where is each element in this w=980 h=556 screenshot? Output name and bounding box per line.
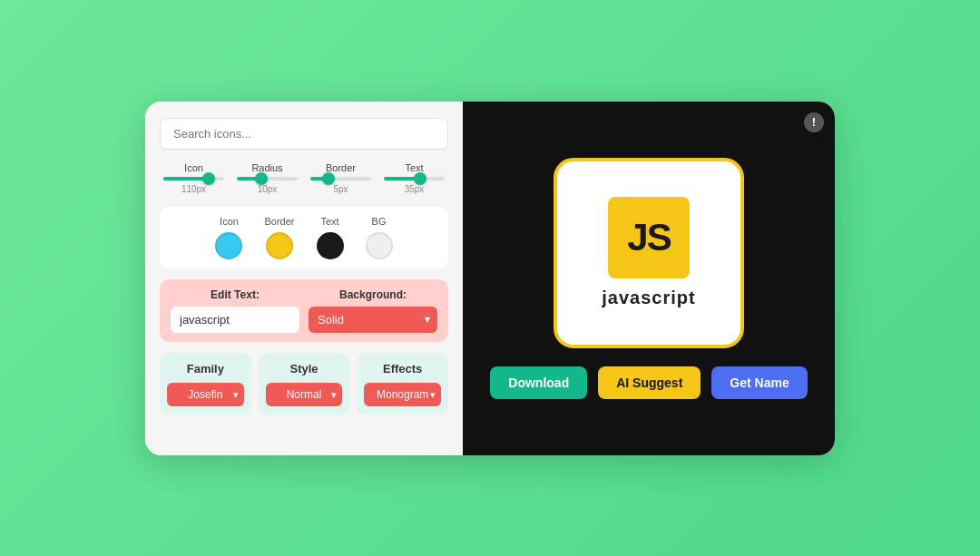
border-slider-value: 5px	[333, 184, 348, 194]
color-icon-label: Icon	[220, 216, 239, 227]
icon-slider-label: Icon	[184, 162, 203, 173]
radius-slider-group: Radius 10px	[237, 162, 298, 194]
radius-slider-thumb	[255, 172, 268, 185]
style-select[interactable]: Normal Bold Italic Light	[266, 383, 343, 406]
main-card: Icon 110px Radius 10px Border	[145, 102, 835, 455]
effects-label: Effects	[383, 362, 422, 376]
border-slider-group: Border 5px	[310, 162, 371, 194]
family-select-wrap: Josefin Roboto Arial Montserrat	[167, 383, 244, 406]
dropdowns-section: Family Josefin Roboto Arial Montserrat S…	[160, 353, 448, 415]
download-button[interactable]: Download	[490, 366, 587, 399]
js-box: JS	[608, 197, 690, 278]
sliders-section: Icon 110px Radius 10px Border	[160, 161, 448, 196]
get-name-button[interactable]: Get Name	[711, 366, 807, 399]
colors-section: Icon Border Text BG	[160, 207, 448, 268]
color-icon-dot[interactable]	[215, 232, 242, 259]
text-slider-thumb	[414, 172, 426, 185]
js-label: JS	[627, 216, 670, 259]
bg-select[interactable]: Solid Gradient None	[309, 307, 437, 333]
edit-text-label: Edit Text:	[171, 288, 299, 301]
radius-slider-track[interactable]	[237, 177, 298, 180]
text-slider-group: Text 35px	[384, 162, 445, 194]
right-panel: ! JS javascript Download AI Suggest Get …	[463, 102, 835, 455]
edit-section: Edit Text: Background: Solid Gradient No…	[160, 279, 448, 342]
style-dropdown-group: Style Normal Bold Italic Light	[259, 353, 350, 415]
family-select[interactable]: Josefin Roboto Arial Montserrat	[167, 383, 244, 406]
border-slider-thumb	[322, 172, 335, 185]
edit-text-input[interactable]	[171, 307, 299, 333]
color-bg-dot[interactable]	[366, 232, 393, 259]
icon-preview-frame: JS javascript	[554, 158, 744, 348]
border-slider-track[interactable]	[310, 177, 371, 180]
effects-select-wrap: Monogram Shadow Outline None	[364, 383, 441, 406]
style-select-wrap: Normal Bold Italic Light	[266, 383, 343, 406]
color-border-group: Border	[264, 216, 294, 259]
color-bg-label: BG	[372, 216, 387, 227]
color-text-group: Text	[317, 216, 344, 259]
color-text-dot[interactable]	[317, 232, 344, 259]
info-badge[interactable]: !	[804, 112, 824, 132]
icon-slider-track[interactable]	[163, 177, 224, 180]
search-input[interactable]	[160, 118, 448, 150]
effects-dropdown-group: Effects Monogram Shadow Outline None	[357, 353, 448, 415]
edit-text-group: Edit Text:	[171, 288, 299, 333]
bg-select-wrap: Solid Gradient None	[309, 307, 437, 333]
icon-slider-thumb	[202, 172, 215, 185]
icon-name-text: javascript	[602, 288, 695, 308]
border-slider-label: Border	[326, 162, 356, 173]
color-border-label: Border	[264, 216, 294, 227]
family-label: Family	[187, 362, 224, 376]
radius-slider-label: Radius	[251, 162, 282, 173]
text-slider-track[interactable]	[384, 177, 445, 180]
style-label: Style	[289, 362, 318, 376]
radius-slider-value: 10px	[258, 184, 278, 194]
icon-slider-value: 110px	[181, 184, 206, 194]
edit-bg-label: Background:	[309, 288, 437, 301]
color-text-label: Text	[320, 216, 338, 227]
left-panel: Icon 110px Radius 10px Border	[145, 102, 463, 455]
color-icon-group: Icon	[215, 216, 242, 259]
edit-bg-group: Background: Solid Gradient None	[309, 288, 437, 333]
text-slider-value: 35px	[405, 184, 425, 194]
color-bg-group: BG	[366, 216, 393, 259]
color-border-dot[interactable]	[266, 232, 293, 259]
family-dropdown-group: Family Josefin Roboto Arial Montserrat	[160, 353, 251, 415]
effects-select[interactable]: Monogram Shadow Outline None	[364, 383, 441, 406]
action-buttons: Download AI Suggest Get Name	[490, 366, 807, 399]
icon-slider-group: Icon 110px	[163, 162, 224, 194]
ai-suggest-button[interactable]: AI Suggest	[598, 366, 701, 399]
